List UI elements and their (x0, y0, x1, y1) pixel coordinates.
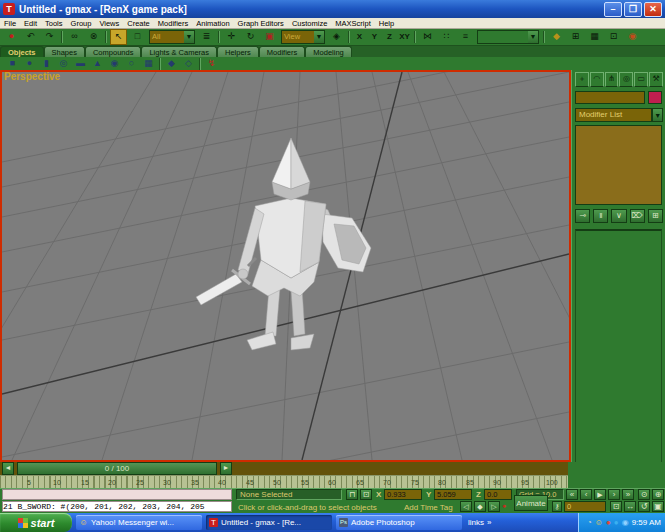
render-scene-icon[interactable]: ⊡ (605, 29, 622, 45)
chevron-down-icon[interactable]: ▼ (528, 31, 538, 43)
timeline-ruler[interactable]: 5 10 15 20 25 30 35 40 45 50 55 60 65 70… (0, 475, 568, 489)
move-icon[interactable]: ✛ (223, 29, 240, 45)
menu-maxscript[interactable]: MAXScript (331, 19, 374, 28)
arc-rotate-icon[interactable]: ↺ (638, 501, 650, 512)
restrict-y-button[interactable]: Y (368, 30, 381, 44)
tray-status-icon[interactable]: ● (606, 518, 611, 528)
tray-app-icon[interactable]: ◔ (587, 518, 592, 528)
restrict-x-button[interactable]: X (353, 30, 366, 44)
render-last-icon[interactable]: ◉ (624, 29, 641, 45)
plane-icon[interactable]: ▬ (73, 58, 88, 70)
absolute-offset-icon[interactable]: ⊡ (360, 489, 372, 500)
task-gmax[interactable]: T Untitled - gmax - [Re... (206, 515, 332, 530)
current-time-field[interactable]: 0 (564, 501, 606, 512)
viewport-canvas[interactable] (2, 72, 569, 460)
time-key-icon[interactable]: ⚷ (552, 501, 562, 512)
prev-key-icon[interactable]: ◁ (460, 501, 472, 512)
object-name-field[interactable] (575, 91, 645, 104)
remove-modifier-button[interactable]: ⌦ (630, 209, 645, 223)
chevron-down-icon[interactable]: ▼ (314, 31, 324, 43)
restrict-xy-button[interactable]: XY (398, 30, 411, 44)
listener-field[interactable]: 21 B_SWORD: #(200, 201, 202, 203, 204, 2… (2, 501, 232, 512)
region-select-icon[interactable]: □ (129, 29, 146, 45)
start-button[interactable]: start (0, 513, 72, 532)
restrict-z-button[interactable]: Z (383, 30, 396, 44)
menu-create[interactable]: Create (123, 19, 154, 28)
unlink-selection-icon[interactable]: ⊗ (85, 29, 102, 45)
chevron-down-icon[interactable]: ▼ (184, 31, 194, 43)
go-to-start-icon[interactable]: « (566, 489, 578, 500)
tray-network-icon[interactable]: ● (614, 518, 619, 528)
grid-object-icon[interactable]: ▦ (141, 58, 156, 70)
undo-icon[interactable]: ↶ (22, 29, 39, 45)
zoom-icon[interactable]: ⊙ (638, 489, 650, 500)
select-object-icon[interactable]: ↖ (110, 29, 127, 45)
task-photoshop[interactable]: Ps Adobe Photoshop (336, 515, 462, 530)
make-unique-button[interactable]: ∨ (611, 209, 626, 223)
x-field[interactable]: 0.933 (384, 489, 422, 500)
ringwave-icon[interactable]: ◇ (181, 58, 196, 70)
motion-tab-icon[interactable]: ◎ (619, 72, 633, 87)
selection-filter-dropdown[interactable]: All ▼ (149, 30, 195, 44)
next-key-icon[interactable]: ▷ (488, 501, 500, 512)
sphere-icon[interactable]: ● (22, 58, 37, 70)
menu-edit[interactable]: Edit (20, 19, 41, 28)
close-button[interactable]: ✕ (644, 2, 662, 17)
chevron-right-icon[interactable]: » (487, 518, 491, 527)
hedra-icon[interactable]: ◆ (164, 58, 179, 70)
minimize-button[interactable]: – (604, 2, 622, 17)
box-icon[interactable]: ■ (5, 58, 20, 70)
modifier-list-dropdown[interactable]: Modifier List ▼ (575, 108, 663, 122)
pin-stack-button[interactable]: ⊸ (575, 209, 590, 223)
modifier-stack-list[interactable] (575, 125, 662, 205)
cylinder-icon[interactable]: ▮ (39, 58, 54, 70)
select-and-link-icon[interactable]: ∞ (66, 29, 83, 45)
task-yahoo-messenger[interactable]: ☺ Yahoo! Messenger wi... (76, 515, 202, 530)
track-left-arrow[interactable]: ◄ (2, 462, 14, 475)
tray-messenger-icon[interactable]: ☺ (595, 518, 603, 528)
scale-icon[interactable]: ▣ (261, 29, 278, 45)
menu-customize[interactable]: Customize (288, 19, 331, 28)
cone-icon[interactable]: ▲ (90, 58, 105, 70)
utilities-tab-icon[interactable]: ⚒ (649, 72, 663, 87)
object-color-swatch[interactable] (648, 91, 662, 104)
menu-modifiers[interactable]: Modifiers (154, 19, 192, 28)
line-icon[interactable]: ↯ (204, 58, 219, 70)
mirror-icon[interactable]: ⋈ (419, 29, 436, 45)
key-filter-icon[interactable]: ● (502, 502, 506, 509)
show-end-result-button[interactable]: ‖ (593, 209, 608, 223)
torus-icon[interactable]: ◎ (56, 58, 71, 70)
array-icon[interactable]: ∷ (438, 29, 455, 45)
menu-animation[interactable]: Animation (192, 19, 233, 28)
time-slider[interactable]: 0 / 100 (17, 462, 217, 475)
use-pivot-icon[interactable]: ◈ (328, 29, 345, 45)
redo-icon[interactable]: ↷ (41, 29, 58, 45)
configure-button[interactable]: ⊞ (648, 209, 663, 223)
region-zoom-icon[interactable]: ⊡ (610, 501, 622, 512)
play-icon[interactable]: ▶ (594, 489, 606, 500)
animate-button[interactable]: Animate (514, 495, 548, 511)
zoom-all-icon[interactable]: ⊕ (652, 489, 664, 500)
key-mode-icon[interactable]: ◆ (474, 501, 486, 512)
lock-selection-icon[interactable]: ⊓ (346, 489, 358, 500)
hierarchy-tab-icon[interactable]: ⋔ (605, 72, 619, 87)
menu-group[interactable]: Group (67, 19, 96, 28)
schematic-view-icon[interactable]: ⊞ (567, 29, 584, 45)
create-tab-icon[interactable]: ＋ (575, 72, 589, 87)
links-toolbar[interactable]: links » (468, 518, 491, 527)
go-to-end-icon[interactable]: » (622, 489, 634, 500)
min-max-toggle-icon[interactable]: ▣ (652, 501, 664, 512)
menu-views[interactable]: Views (95, 19, 123, 28)
menu-help[interactable]: Help (375, 19, 398, 28)
macro-recorder-field[interactable] (2, 489, 232, 500)
modify-tab-icon[interactable]: ◠ (590, 72, 604, 87)
gmax-logo-icon[interactable]: ● (3, 29, 20, 45)
geosphere-icon[interactable]: ◉ (107, 58, 122, 70)
viewport-label[interactable]: Perspective (4, 71, 60, 82)
menu-graph-editors[interactable]: Graph Editors (234, 19, 288, 28)
y-field[interactable]: 5.059 (434, 489, 472, 500)
rotate-icon[interactable]: ↻ (242, 29, 259, 45)
chevron-down-icon[interactable]: ▼ (652, 108, 663, 122)
next-frame-icon[interactable]: › (608, 489, 620, 500)
align-icon[interactable]: ≡ (457, 29, 474, 45)
